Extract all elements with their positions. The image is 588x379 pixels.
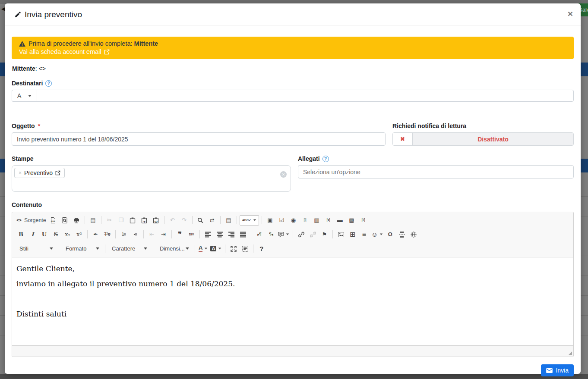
textarea-button[interactable]: ▥: [311, 215, 322, 226]
button-field-button[interactable]: ▬: [335, 215, 345, 226]
underline-button[interactable]: U: [39, 229, 50, 240]
strikethrough-button[interactable]: S: [51, 229, 61, 240]
font-size-combo-label: Dimensi...: [160, 245, 185, 252]
align-justify-button[interactable]: [237, 229, 248, 240]
special-character-button[interactable]: Ω: [385, 229, 395, 240]
chevron-down-icon: [253, 219, 256, 221]
align-center-button[interactable]: [214, 229, 225, 240]
paste-button[interactable]: [127, 215, 138, 226]
chevron-down-icon: [380, 234, 383, 235]
preview-icon: [62, 217, 68, 223]
attachments-select[interactable]: [298, 165, 574, 179]
increase-indent-button[interactable]: ⇥: [158, 229, 169, 240]
format-combo-label: Formato: [66, 245, 86, 252]
button-field-icon: ▬: [337, 217, 343, 223]
recipients-input[interactable]: [37, 90, 574, 102]
text-direction-ltr-button[interactable]: ▸¶: [254, 229, 265, 240]
checkbox-button[interactable]: ☑: [276, 215, 287, 226]
show-blocks-button[interactable]: [240, 244, 250, 254]
text-direction-rtl-button[interactable]: ¶◂: [266, 229, 276, 240]
read-receipt-toggle[interactable]: ✖ Disattivato: [392, 132, 574, 146]
templates-button[interactable]: ▤: [88, 215, 98, 226]
required-asterisk: *: [38, 122, 40, 129]
copy-formatting-button[interactable]: ✒: [90, 229, 101, 240]
table-button[interactable]: ⊞: [347, 229, 358, 240]
smiley-button[interactable]: ☺: [370, 229, 384, 240]
resize-handle[interactable]: [568, 351, 572, 355]
background-color-button[interactable]: A: [209, 244, 222, 254]
select-all-button[interactable]: ▤: [223, 215, 234, 226]
paste-icon: [130, 217, 136, 223]
text-field-icon: [I]: [304, 218, 307, 222]
radio-button-button[interactable]: ◉: [288, 215, 299, 226]
subject-input[interactable]: [12, 132, 386, 146]
numbered-list-button[interactable]: 1≡: [118, 229, 129, 240]
font-combo[interactable]: Carattere: [107, 244, 151, 254]
tag-remove-icon[interactable]: ×: [19, 170, 22, 176]
align-left-button[interactable]: [202, 229, 213, 240]
link-button[interactable]: [296, 229, 307, 240]
image-button[interactable]: [335, 229, 346, 240]
undo-icon: ↶: [170, 217, 175, 223]
close-icon[interactable]: ×: [567, 9, 574, 18]
font-size-combo[interactable]: Dimensi...: [155, 244, 193, 254]
replace-button[interactable]: ⇄: [207, 215, 218, 226]
styles-combo[interactable]: Stili: [15, 244, 57, 254]
toolbar-separator: [171, 230, 172, 238]
help-icon[interactable]: ?: [45, 80, 52, 87]
preview-button[interactable]: [60, 215, 70, 226]
bulleted-list-button[interactable]: •≡: [130, 229, 141, 240]
recipient-type-dropdown[interactable]: A: [12, 90, 37, 102]
editor-content-area[interactable]: Gentile Cliente, inviamo in allegato il …: [12, 257, 573, 345]
subscript-button[interactable]: x₂: [62, 229, 73, 240]
editor-status-bar: [12, 345, 573, 357]
paste-from-word-button[interactable]: W: [151, 215, 161, 226]
iframe-button[interactable]: [408, 229, 419, 240]
image-button-button[interactable]: ▩: [346, 215, 357, 226]
text-color-button[interactable]: A: [198, 244, 209, 254]
paste-from-word-letter: W: [155, 221, 158, 224]
toolbar-separator: [105, 244, 105, 253]
toolbar-separator: [251, 230, 251, 238]
toolbar-separator: [199, 230, 200, 238]
bold-button[interactable]: B: [16, 229, 26, 240]
editor-paragraph: Gentile Cliente,: [16, 265, 569, 273]
form-button[interactable]: ▣: [265, 215, 275, 226]
spell-check-button[interactable]: ABC✓: [240, 215, 259, 226]
email-account-link[interactable]: Vai alla scheda account email: [19, 48, 110, 55]
prints-multiselect[interactable]: × Preventivo ✕: [12, 165, 291, 192]
select-field-button[interactable]: [▾]: [323, 215, 334, 226]
about-icon: ?: [259, 245, 263, 252]
radio-button-icon: ◉: [291, 217, 296, 223]
clear-selection-icon[interactable]: ✕: [280, 171, 287, 178]
anchor-button[interactable]: ⚑: [319, 229, 330, 240]
toolbar-separator: [153, 244, 153, 253]
chevron-down-icon: [28, 95, 32, 97]
print-button[interactable]: [71, 215, 82, 226]
open-print-icon[interactable]: [55, 170, 60, 175]
language-button[interactable]: [277, 229, 290, 240]
send-button[interactable]: Invia: [541, 364, 574, 376]
blockquote-button[interactable]: ❞: [174, 229, 185, 240]
sender-label: Mittente: [12, 65, 35, 72]
remove-format-button[interactable]: Tx: [102, 229, 113, 240]
superscript-button[interactable]: x²: [74, 229, 85, 240]
help-icon[interactable]: ?: [322, 156, 329, 162]
paste-as-text-button[interactable]: T: [139, 215, 150, 226]
find-button[interactable]: [195, 215, 206, 226]
image-button-icon: ▩: [349, 217, 354, 223]
about-button[interactable]: ?: [256, 244, 267, 254]
format-combo[interactable]: Formato: [61, 244, 103, 254]
align-right-button[interactable]: [226, 229, 237, 240]
page-break-button[interactable]: [396, 229, 407, 240]
maximize-button[interactable]: [228, 244, 239, 254]
text-field-button[interactable]: [I]: [300, 215, 310, 226]
italic-button[interactable]: I: [27, 229, 38, 240]
warning-text: Prima di procedere all'invio completa: M…: [28, 40, 158, 47]
horizontal-rule-button[interactable]: ≡: [359, 229, 370, 240]
source-button[interactable]: <>Sorgente: [16, 215, 47, 226]
checkbox-icon: ☑: [279, 217, 284, 223]
div-container-button[interactable]: DIV: [186, 229, 197, 240]
export-pdf-button[interactable]: PDF: [48, 215, 59, 226]
hidden-field-button[interactable]: [I/]: [358, 215, 369, 226]
